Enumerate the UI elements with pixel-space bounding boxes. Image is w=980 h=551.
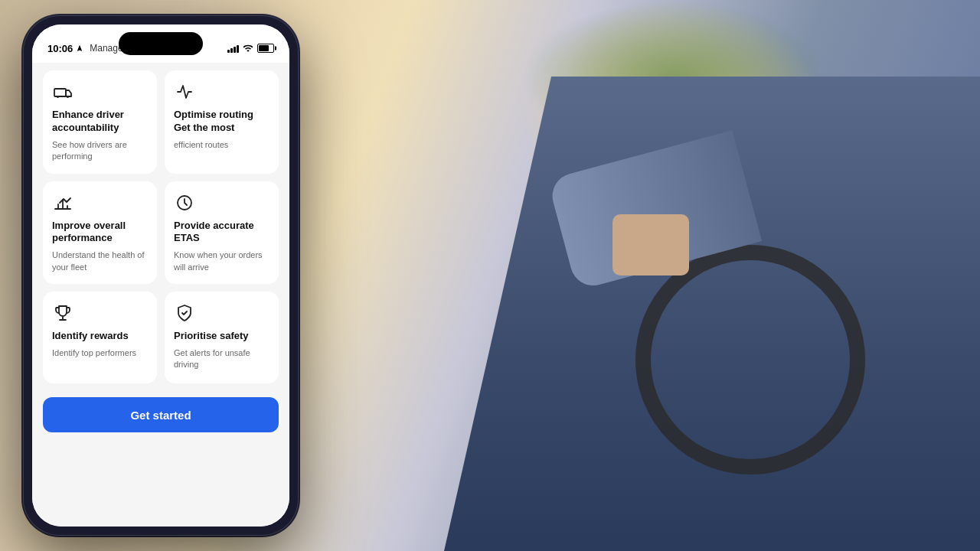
screen-content: Enhance driver accountability See how dr…: [32, 63, 289, 527]
card-enhance-driver[interactable]: Enhance driver accountability See how dr…: [43, 70, 157, 174]
signal-bar-1: [227, 50, 230, 53]
status-icons: [227, 43, 274, 54]
card-optimise-routing-title: Optimise routing Get the most: [174, 109, 270, 135]
cards-grid: Enhance driver accountability See how dr…: [43, 70, 279, 383]
truck-icon: [52, 81, 74, 103]
phone-screen: 10:06 Manage V: [32, 24, 289, 527]
phone-frame: 10:06 Manage V: [23, 15, 299, 536]
svg-rect-0: [54, 89, 66, 96]
card-improve-performance[interactable]: Improve overall performance Understand t…: [43, 181, 157, 285]
card-enhance-driver-desc: See how drivers are performing: [52, 139, 148, 163]
card-identify-rewards[interactable]: Identify rewards Identify top performers: [43, 292, 157, 383]
card-identify-rewards-desc: Identify top performers: [52, 347, 148, 359]
status-time: 10:06: [47, 43, 73, 54]
card-prioritise-safety[interactable]: Prioritise safety Get alerts for unsafe …: [165, 292, 279, 383]
trophy-icon: [52, 302, 74, 324]
card-prioritise-safety-desc: Get alerts for unsafe driving: [174, 347, 270, 371]
performance-icon: [52, 192, 74, 214]
signal-bars: [227, 44, 239, 53]
card-provide-etas[interactable]: Provide accurate ETAS Know when your ord…: [165, 181, 279, 285]
card-improve-performance-desc: Understand the health of your fleet: [52, 249, 148, 273]
svg-point-1: [57, 96, 59, 98]
card-optimise-routing-desc: efficient routes: [174, 139, 270, 151]
signal-bar-4: [237, 45, 239, 53]
battery-icon: [257, 44, 274, 53]
location-icon: [76, 44, 83, 52]
card-provide-etas-desc: Know when your orders will arrive: [174, 249, 270, 273]
get-started-button[interactable]: Get started: [43, 397, 279, 432]
routing-icon: [174, 81, 195, 103]
card-improve-performance-title: Improve overall performance: [52, 220, 148, 246]
card-provide-etas-title: Provide accurate ETAS: [174, 220, 270, 246]
svg-point-2: [67, 96, 69, 98]
driver-hand-bg: [612, 214, 689, 276]
steering-wheel-bg: [635, 245, 865, 474]
card-identify-rewards-title: Identify rewards: [52, 330, 148, 343]
card-enhance-driver-title: Enhance driver accountability: [52, 109, 148, 135]
signal-bar-2: [230, 48, 233, 53]
clock-icon: [174, 192, 195, 214]
card-optimise-routing[interactable]: Optimise routing Get the most efficient …: [165, 70, 279, 174]
shield-icon: [174, 302, 195, 324]
signal-bar-3: [234, 47, 236, 53]
dynamic-island: [119, 32, 203, 55]
wifi-icon: [243, 43, 253, 54]
battery-fill: [259, 45, 269, 51]
phone-mockup: 10:06 Manage V: [23, 15, 299, 536]
card-prioritise-safety-title: Prioritise safety: [174, 330, 270, 343]
